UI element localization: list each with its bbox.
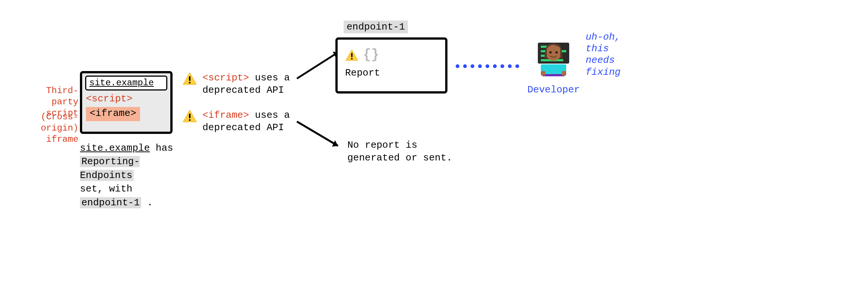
warning-script: <script> uses a deprecated API bbox=[182, 72, 290, 96]
arrow-down-icon bbox=[297, 118, 344, 151]
label-line: (Cross-origin) bbox=[13, 111, 78, 134]
label-line: iframe bbox=[13, 134, 78, 145]
site-caption: site.example has Reporting-Endpoints set… bbox=[80, 141, 192, 209]
quote-line: needs bbox=[586, 55, 621, 66]
svg-point-19 bbox=[549, 51, 552, 53]
developer-label: Developer bbox=[527, 84, 580, 96]
svg-line-6 bbox=[297, 52, 338, 79]
svg-rect-1 bbox=[189, 76, 190, 81]
warning-icon bbox=[345, 49, 359, 61]
caption-text: set, with bbox=[80, 183, 132, 194]
no-report-line: No report is bbox=[347, 139, 452, 152]
warning-line2: deprecated API bbox=[202, 122, 290, 134]
quote-line: this bbox=[586, 43, 621, 55]
endpoint-label-wrap: endpoint-1 bbox=[344, 21, 408, 33]
endpoint-label: endpoint-1 bbox=[344, 21, 408, 33]
svg-rect-5 bbox=[189, 119, 190, 121]
svg-rect-4 bbox=[189, 114, 190, 118]
svg-rect-12 bbox=[351, 58, 353, 59]
caption-text: . bbox=[141, 197, 153, 208]
caption-line: site.example has bbox=[80, 141, 192, 155]
developer-emoji-icon bbox=[531, 35, 576, 80]
svg-rect-11 bbox=[351, 53, 353, 57]
warning-text: <script> uses a deprecated API bbox=[202, 72, 290, 96]
script-tag-label: <script> bbox=[86, 93, 167, 105]
warning-line2: deprecated API bbox=[202, 84, 290, 96]
braces-icon: {} bbox=[363, 46, 379, 63]
developer-quote: uh-oh, this needs fixing bbox=[586, 31, 621, 78]
warning-rest: uses a bbox=[249, 110, 290, 121]
dotted-connector bbox=[456, 64, 519, 68]
report-label: Report bbox=[345, 67, 438, 79]
warning-rest: uses a bbox=[249, 72, 290, 83]
svg-rect-23 bbox=[541, 71, 545, 76]
warning-code: <iframe> bbox=[202, 110, 249, 121]
endpoint-icons: {} bbox=[345, 46, 438, 63]
warning-text: <iframe> uses a deprecated API bbox=[202, 109, 290, 134]
svg-rect-22 bbox=[542, 74, 565, 76]
svg-point-20 bbox=[555, 51, 558, 53]
browser-window: site.example <script> <iframe> bbox=[80, 71, 173, 134]
warning-icon bbox=[182, 109, 197, 123]
cross-origin-iframe-label: (Cross-origin) iframe bbox=[13, 111, 78, 145]
developer-figure: Developer bbox=[527, 35, 580, 96]
endpoint-box: {} Report bbox=[335, 37, 447, 94]
svg-rect-24 bbox=[562, 71, 566, 76]
caption-endpoint: endpoint-1 bbox=[80, 197, 141, 208]
no-report-line: generated or sent. bbox=[347, 152, 452, 165]
svg-rect-2 bbox=[189, 82, 190, 83]
warning-iframe: <iframe> uses a deprecated API bbox=[182, 109, 290, 134]
no-report-text: No report is generated or sent. bbox=[347, 139, 452, 165]
caption-line: set, with endpoint-1 . bbox=[80, 182, 192, 209]
url-bar: site.example bbox=[85, 76, 167, 91]
label-line: Third-party bbox=[22, 85, 78, 108]
caption-rest: has bbox=[150, 142, 173, 154]
iframe-tag-label: <iframe> bbox=[86, 107, 140, 121]
quote-line: fixing bbox=[586, 67, 621, 78]
svg-line-8 bbox=[297, 122, 338, 146]
caption-line: Reporting-Endpoints bbox=[80, 155, 192, 182]
caption-site: site.example bbox=[80, 142, 150, 154]
caption-header: Reporting-Endpoints bbox=[80, 156, 140, 181]
quote-line: uh-oh, bbox=[586, 31, 621, 43]
warning-icon bbox=[182, 72, 197, 85]
warning-code: <script> bbox=[202, 72, 249, 83]
